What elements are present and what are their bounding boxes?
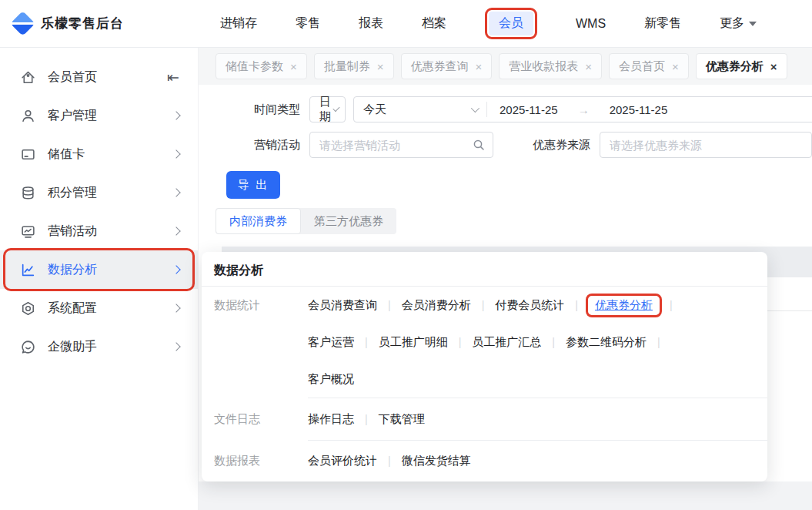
close-icon[interactable]: × <box>672 60 679 73</box>
close-icon[interactable]: × <box>290 60 297 73</box>
separator: | <box>459 336 462 348</box>
date-range-inputs: 2025-11-25 → 2025-11-25 <box>487 103 680 116</box>
menu-link-member-consumption-query[interactable]: 会员消费查询 <box>308 298 377 313</box>
sidebar-item-label: 系统配置 <box>48 300 173 317</box>
time-type-label: 时间类型 <box>199 102 300 117</box>
card-icon <box>20 146 36 163</box>
search-icon[interactable] <box>473 139 485 151</box>
page-tab-stored-card-params[interactable]: 储值卡参数 × <box>216 53 307 79</box>
page-tab-batch-coupon[interactable]: 批量制券 × <box>314 53 394 79</box>
tab-third-party-coupon[interactable]: 第三方优惠券 <box>301 208 396 234</box>
sidebar-item-marketing-campaigns[interactable]: 营销活动 <box>0 212 198 250</box>
nav-item-reports[interactable]: 报表 <box>359 15 383 32</box>
app-root: 乐檬零售后台 进销存 零售 报表 档案 会员 WMS 新零售 更多 会员首页 ⇤ <box>0 0 812 510</box>
menu-link-wechat-shipping-settlement[interactable]: 微信发货结算 <box>402 454 471 468</box>
sidebar-item-data-analysis[interactable]: 数据分析 <box>0 250 198 289</box>
page-tab-revenue-report[interactable]: 营业收款报表 × <box>499 53 602 79</box>
sidebar: 会员首页 ⇤ 客户管理 储值卡 积分管理 <box>0 48 199 510</box>
tab-label: 营业收款报表 <box>509 59 578 74</box>
chevron-right-icon <box>172 304 180 312</box>
chevron-right-icon <box>172 226 180 235</box>
chevron-right-icon <box>172 342 180 351</box>
nav-item-new-retail[interactable]: 新零售 <box>644 15 681 32</box>
separator: | <box>365 413 368 425</box>
caret-down-icon <box>749 22 757 26</box>
menu-link-member-review-stats[interactable]: 会员评价统计 <box>308 454 377 468</box>
brand-name: 乐檬零售后台 <box>41 15 124 32</box>
section-label-data-stats: 数据统计 <box>214 298 308 313</box>
menu-link-customer-operations[interactable]: 客户运营 <box>308 335 354 350</box>
separator: | <box>388 455 391 467</box>
nav-item-retail[interactable]: 零售 <box>296 15 320 32</box>
annotation-box-nav-member: 会员 <box>485 8 537 39</box>
sidebar-item-customer-management[interactable]: 客户管理 <box>0 96 198 135</box>
topbar: 乐檬零售后台 进销存 零售 报表 档案 会员 WMS 新零售 更多 <box>0 0 812 48</box>
close-icon[interactable]: × <box>770 60 777 73</box>
menu-link-download-management[interactable]: 下载管理 <box>379 412 425 427</box>
tab-label: 批量制券 <box>324 59 370 74</box>
menu-link-param-qrcode-analysis[interactable]: 参数二维码分析 <box>566 335 647 350</box>
menu-link-staff-promo-summary[interactable]: 员工推广汇总 <box>472 335 541 350</box>
collapse-sidebar-icon[interactable]: ⇤ <box>167 70 179 85</box>
menu-row: 客户运营 | 员工推广明细 | 员工推广汇总 | 参数二维码分析 | <box>202 324 767 361</box>
menu-link-staff-promo-detail[interactable]: 员工推广明细 <box>379 335 448 350</box>
brand-logo-icon <box>10 11 35 36</box>
separator: | <box>482 299 485 311</box>
main-content: 储值卡参数 × 批量制券 × 优惠券查询 × 营业收款报表 × 会员首页 × 优… <box>199 48 812 510</box>
nav-item-member[interactable]: 会员 <box>489 12 533 35</box>
sidebar-item-member-home[interactable]: 会员首页 ⇤ <box>0 58 198 96</box>
home-icon <box>20 69 36 86</box>
menu-links: 操作日志 | 下载管理 <box>308 412 425 427</box>
date-type-value: 日期 <box>319 95 333 124</box>
sidebar-item-label: 客户管理 <box>48 108 173 124</box>
page-tab-coupon-analysis[interactable]: 优惠券分析 × <box>696 53 787 79</box>
coupon-source-label: 优惠券来源 <box>521 138 590 153</box>
nav-item-more[interactable]: 更多 <box>720 15 757 32</box>
nav-item-archives[interactable]: 档案 <box>422 15 446 32</box>
start-date-value[interactable]: 2025-11-25 <box>500 103 558 116</box>
chevron-right-icon <box>172 265 180 273</box>
tab-label: 优惠券查询 <box>411 59 469 74</box>
sidebar-item-label: 企微助手 <box>48 339 173 355</box>
menu-link-operation-log[interactable]: 操作日志 <box>308 412 354 427</box>
sidebar-item-system-config[interactable]: 系统配置 <box>0 289 198 327</box>
page-tab-coupon-query[interactable]: 优惠券查询 × <box>401 53 493 79</box>
coupon-source-select[interactable] <box>600 132 812 158</box>
end-date-value[interactable]: 2025-11-25 <box>610 103 668 116</box>
menu-links: 客户概况 <box>308 372 354 387</box>
popup-title: 数据分析 <box>202 252 767 286</box>
menu-link-member-consumption-analysis[interactable]: 会员消费分析 <box>402 298 471 313</box>
range-arrow-icon: → <box>578 103 590 116</box>
top-nav: 进销存 零售 报表 档案 会员 WMS 新零售 更多 <box>220 8 757 39</box>
date-range-control: 今天 2025-11-25 → 2025-11-25 <box>353 96 812 122</box>
tab-internal-coupon[interactable]: 内部消费券 <box>216 208 301 234</box>
nav-item-wms[interactable]: WMS <box>576 17 606 31</box>
campaign-input[interactable] <box>319 139 473 152</box>
page-tab-member-home[interactable]: 会员首页 × <box>609 53 689 79</box>
close-icon[interactable]: × <box>585 60 592 73</box>
campaign-select[interactable] <box>309 132 493 158</box>
filter-panel: 时间类型 日期 今天 2025-11-25 → 2025-11-25 <box>199 85 812 158</box>
export-button[interactable]: 导 出 <box>226 171 280 199</box>
close-icon[interactable]: × <box>476 60 483 73</box>
close-icon[interactable]: × <box>377 60 384 73</box>
date-type-select[interactable]: 日期 <box>309 96 346 122</box>
brand: 乐檬零售后台 <box>14 15 191 32</box>
analytics-icon <box>20 262 36 278</box>
chevron-right-icon <box>172 111 180 119</box>
sidebar-item-points-management[interactable]: 积分管理 <box>0 173 198 212</box>
sidebar-item-label: 会员首页 <box>48 69 167 86</box>
tab-label: 优惠券分析 <box>706 59 764 74</box>
nav-item-purchase[interactable]: 进销存 <box>220 15 257 32</box>
sidebar-item-label: 营销活动 <box>48 223 173 240</box>
sidebar-item-wecom-assistant[interactable]: 企微助手 <box>0 327 198 366</box>
quick-range-select[interactable]: 今天 <box>354 102 486 117</box>
annotation-box-coupon-analysis-link: 优惠券分析 <box>586 294 662 317</box>
sidebar-item-stored-value-card[interactable]: 储值卡 <box>0 135 198 173</box>
menu-link-customer-overview[interactable]: 客户概况 <box>308 372 354 387</box>
menu-link-paid-member-stats[interactable]: 付费会员统计 <box>495 298 564 313</box>
tab-label: 会员首页 <box>619 59 665 74</box>
menu-link-coupon-analysis[interactable]: 优惠券分析 <box>595 298 653 313</box>
section-label-file-logs: 文件日志 <box>214 412 308 427</box>
coupon-source-input[interactable] <box>610 139 804 152</box>
